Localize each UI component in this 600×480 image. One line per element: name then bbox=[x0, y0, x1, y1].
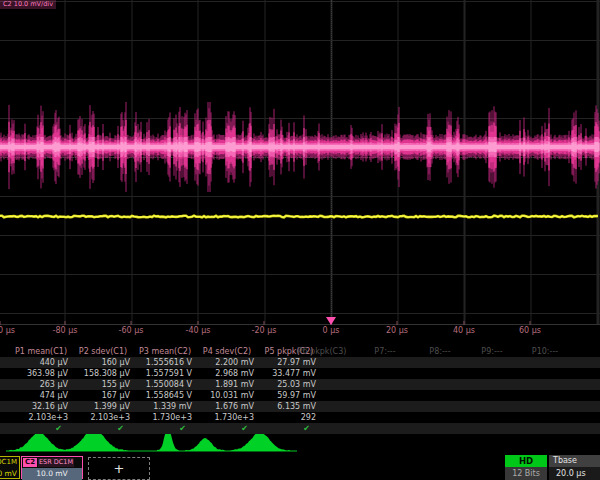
x-axis-label: -100 µs bbox=[0, 326, 15, 335]
measure-max: 167 µV bbox=[72, 390, 134, 401]
grid-center-hline bbox=[0, 157, 600, 158]
measure-num: 1.730e+3 bbox=[134, 412, 196, 423]
measure-mean: 158.308 µV bbox=[72, 368, 134, 379]
measure-sdev: 6.135 mV bbox=[258, 401, 320, 412]
measure-num: 2.103e+3 bbox=[10, 412, 72, 423]
c2-badge: C2 bbox=[23, 458, 37, 467]
measure-column-p3: P3 mean(C2) 1.555616 V 1.557591 V 1.5500… bbox=[134, 346, 196, 434]
hd-badge: HD bbox=[505, 455, 547, 467]
trace-tab-c2[interactable]: C2 10.0 mV/div bbox=[0, 0, 56, 9]
measure-num: 292 bbox=[258, 412, 320, 423]
status-check-icon: ✔ bbox=[258, 423, 320, 434]
measure-header-p6[interactable]: P6 pkpk(C3) bbox=[298, 346, 347, 357]
measure-max: 474 µV bbox=[10, 390, 72, 401]
measure-value: 440 µV bbox=[10, 357, 72, 368]
x-axis-label: -60 µs bbox=[119, 326, 144, 335]
c2-tag-coupling: DC1M bbox=[53, 458, 74, 467]
measure-header-p7[interactable]: P7:--- bbox=[374, 346, 395, 357]
c2-tag-esr: ESR bbox=[38, 458, 53, 467]
measure-num: 2.103e+3 bbox=[72, 412, 134, 423]
measure-header-p2[interactable]: P2 sdev(C1) bbox=[72, 346, 134, 357]
status-check-icon: ✔ bbox=[72, 423, 134, 434]
c2-scale: 10.0 mV bbox=[22, 468, 82, 480]
measure-max: 59.97 mV bbox=[258, 390, 320, 401]
channel-box-c2[interactable]: C2ESRDC1M 10.0 mV bbox=[21, 456, 83, 479]
measure-value: 160 µV bbox=[72, 357, 134, 368]
grid-center-vline bbox=[331, 0, 332, 324]
measure-mean: 2.968 mV bbox=[196, 368, 258, 379]
measure-column-p4: P4 sdev(C2) 2.200 mV 2.968 mV 1.891 mV 1… bbox=[196, 346, 258, 434]
measure-max: 10.031 mV bbox=[196, 390, 258, 401]
measure-column-p5: P5 pkpk(C2) 27.97 mV 33.477 mV 25.03 mV … bbox=[258, 346, 320, 434]
x-axis-label: 60 µs bbox=[519, 326, 541, 335]
c1-scale: 50.0 mV bbox=[0, 468, 19, 480]
measure-min: 1.891 mV bbox=[196, 379, 258, 390]
measure-column-p2: P2 sdev(C1) 160 µV 158.308 µV 155 µV 167… bbox=[72, 346, 134, 434]
measure-sdev: 1.339 mV bbox=[134, 401, 196, 412]
measure-header-p1[interactable]: P1 mean(C1) bbox=[10, 346, 72, 357]
measure-num: 1.730e+3 bbox=[196, 412, 258, 423]
x-axis-label: -40 µs bbox=[186, 326, 211, 335]
timebase-value: 20.0 µs bbox=[549, 467, 600, 480]
measure-max: 1.558645 V bbox=[134, 390, 196, 401]
status-check-icon: ✔ bbox=[134, 423, 196, 434]
x-axis-label: 0 µs bbox=[323, 326, 340, 335]
status-check-icon: ✔ bbox=[10, 423, 72, 434]
measure-min: 155 µV bbox=[72, 379, 134, 390]
channel-box-c1[interactable]: DC1M 50.0 mV bbox=[0, 456, 20, 479]
measure-value: 2.200 mV bbox=[196, 357, 258, 368]
status-check-icon: ✔ bbox=[196, 423, 258, 434]
measure-header-p10[interactable]: P10:--- bbox=[532, 346, 558, 357]
measure-sdev: 1.676 mV bbox=[196, 401, 258, 412]
measure-header-p3[interactable]: P3 mean(C2) bbox=[134, 346, 196, 357]
measure-mean: 1.557591 V bbox=[134, 368, 196, 379]
measure-mean: 33.477 mV bbox=[258, 368, 320, 379]
measure-min: 25.03 mV bbox=[258, 379, 320, 390]
measure-min: 1.550084 V bbox=[134, 379, 196, 390]
waveform-grid[interactable] bbox=[0, 0, 600, 325]
measure-sdev: 1.399 µV bbox=[72, 401, 134, 412]
measure-min: 263 µV bbox=[10, 379, 72, 390]
measure-value: 27.97 mV bbox=[258, 357, 320, 368]
timebase-box[interactable]: Tbase bbox=[549, 455, 600, 467]
x-axis-label: -80 µs bbox=[53, 326, 78, 335]
oscilloscope-screen: C2 10.0 mV/div -100 µs -80 µs -60 µs -40… bbox=[0, 0, 600, 480]
x-axis-label: 40 µs bbox=[453, 326, 475, 335]
measure-sdev: 32.16 µV bbox=[10, 401, 72, 412]
x-axis-label: -20 µs bbox=[252, 326, 277, 335]
add-channel-button[interactable]: + bbox=[88, 457, 150, 480]
measure-value: 1.555616 V bbox=[134, 357, 196, 368]
measure-header-p4[interactable]: P4 sdev(C2) bbox=[196, 346, 258, 357]
c1-coupling: DC1M bbox=[0, 457, 19, 468]
hd-bits-label: 12 Bits bbox=[505, 467, 547, 480]
measure-header-p9[interactable]: P9:--- bbox=[481, 346, 502, 357]
measure-header-p8[interactable]: P8:--- bbox=[429, 346, 450, 357]
measure-mean: 363.98 µV bbox=[10, 368, 72, 379]
measure-column-p1: P1 mean(C1) 440 µV 363.98 µV 263 µV 474 … bbox=[10, 346, 72, 434]
x-axis-label: 20 µs bbox=[386, 326, 408, 335]
